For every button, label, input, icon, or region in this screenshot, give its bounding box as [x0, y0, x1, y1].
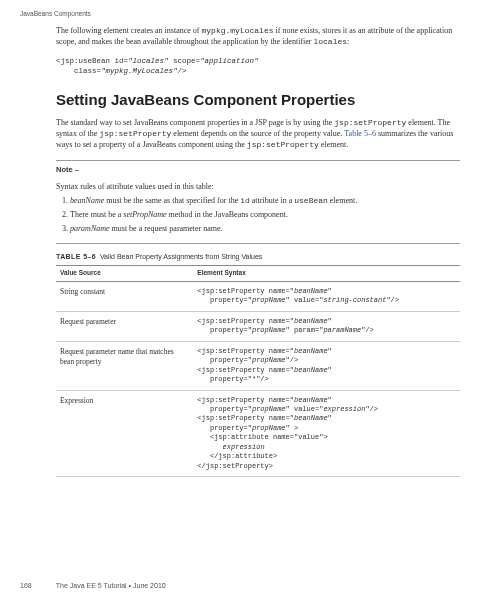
section-body: The standard way to set JavaBeans compon… [56, 118, 460, 150]
note-rule-top [56, 160, 460, 161]
th-element-syntax: Element Syntax [193, 266, 460, 282]
cell-syntax: <jsp:setProperty name="beanName" propert… [193, 390, 460, 477]
rule-item: beanName must be the same as that specif… [70, 196, 460, 207]
rule-item: There must be a setPropName method in th… [70, 210, 460, 221]
table-row: Expression <jsp:setProperty name="beanNa… [56, 390, 460, 477]
code-block-usebean: <jsp:useBean id="locales" scope="applica… [56, 56, 460, 76]
intro-paragraph: The following element creates an instanc… [56, 26, 460, 48]
rule-item: paramName must be a request parameter na… [70, 224, 460, 235]
cell-source: Expression [56, 390, 193, 477]
cell-source: String constant [56, 282, 193, 312]
th-value-source: Value Source [56, 266, 193, 282]
cell-syntax: <jsp:setProperty name="beanName" propert… [193, 311, 460, 341]
note-rule-bottom [56, 243, 460, 244]
page-footer: 168 The Java EE 5 Tutorial • June 2010 [20, 581, 166, 590]
running-header: JavaBeans Components [20, 10, 91, 19]
note-label: Note – [56, 165, 460, 175]
cell-source: Request parameter name that matches bean… [56, 341, 193, 390]
page: JavaBeans Components The following eleme… [0, 0, 500, 600]
table-caption: TABLE 5–6 Valid Bean Property Assignment… [56, 252, 460, 261]
table-number: TABLE 5–6 [56, 253, 96, 260]
table-title: Valid Bean Property Assignments from Str… [100, 253, 262, 260]
table-row: String constant <jsp:setProperty name="b… [56, 282, 460, 312]
footer-text: The Java EE 5 Tutorial • June 2010 [56, 582, 166, 589]
section-heading: Setting JavaBeans Component Properties [56, 90, 460, 110]
cell-source: Request parameter [56, 311, 193, 341]
property-assignment-table: Value Source Element Syntax String const… [56, 265, 460, 477]
page-number: 168 [20, 581, 54, 590]
table-row: Request parameter <jsp:setProperty name=… [56, 311, 460, 341]
syntax-rules-list: beanName must be the same as that specif… [70, 196, 460, 234]
syntax-rules-lead: Syntax rules of attribute values used in… [56, 182, 460, 193]
cell-syntax: <jsp:setProperty name="beanName" propert… [193, 282, 460, 312]
table-row: Request parameter name that matches bean… [56, 341, 460, 390]
cell-syntax: <jsp:setProperty name="beanName" propert… [193, 341, 460, 390]
